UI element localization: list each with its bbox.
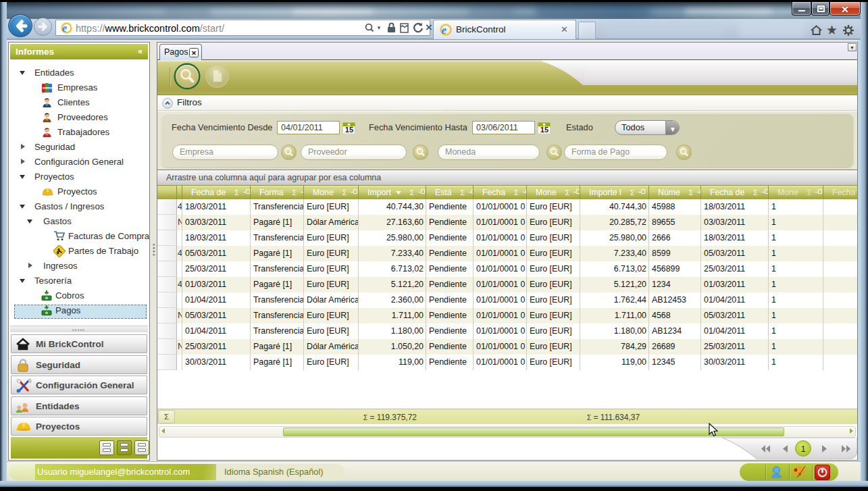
svg-text:e: e <box>442 24 447 36</box>
svg-text:15: 15 <box>540 125 548 133</box>
svg-text:15: 15 <box>345 125 353 133</box>
svg-text:e: e <box>62 22 67 34</box>
